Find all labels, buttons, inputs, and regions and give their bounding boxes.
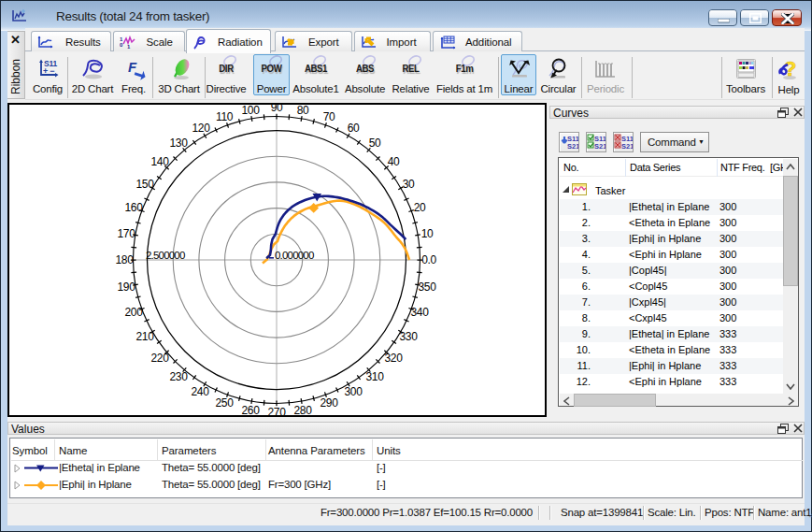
- svg-text:350: 350: [419, 280, 437, 294]
- svg-text:210: 210: [136, 330, 155, 343]
- svg-text:320: 320: [385, 352, 404, 365]
- svg-text:220: 220: [151, 352, 170, 365]
- svg-text:0: 0: [120, 42, 123, 48]
- svg-text:0.000000: 0.000000: [275, 250, 314, 261]
- svg-text:300: 300: [345, 385, 363, 398]
- svg-text:110: 110: [216, 110, 234, 123]
- svg-text:90: 90: [271, 103, 283, 114]
- svg-text:260: 260: [242, 404, 261, 417]
- svg-text:230: 230: [170, 370, 189, 383]
- svg-text:280: 280: [294, 404, 313, 417]
- svg-text:170: 170: [118, 227, 136, 240]
- svg-text:1: 1: [127, 44, 131, 50]
- svg-text:20: 20: [414, 201, 426, 214]
- svg-text:+ −: + −: [43, 66, 54, 76]
- svg-text:80: 80: [297, 104, 309, 117]
- svg-text:70: 70: [323, 110, 335, 123]
- svg-text:190: 190: [118, 280, 136, 294]
- svg-text:310: 310: [366, 370, 385, 383]
- svg-text:50: 50: [369, 137, 381, 150]
- svg-text:200: 200: [125, 306, 144, 319]
- svg-text:150: 150: [136, 178, 155, 191]
- svg-text:250: 250: [216, 396, 235, 410]
- svg-text:0.0: 0.0: [421, 253, 436, 266]
- svg-text:S21: S21: [567, 142, 578, 151]
- svg-text:10: 10: [421, 227, 434, 240]
- svg-text:100: 100: [242, 104, 261, 117]
- svg-text:270: 270: [268, 406, 287, 417]
- svg-text:160: 160: [125, 201, 144, 214]
- svg-text:140: 140: [151, 155, 170, 168]
- svg-text:F: F: [128, 59, 137, 75]
- svg-text:340: 340: [411, 306, 430, 319]
- svg-text:240: 240: [192, 385, 210, 398]
- svg-text:290: 290: [321, 396, 339, 410]
- svg-text:120: 120: [192, 122, 211, 135]
- svg-text:130: 130: [170, 137, 189, 150]
- svg-text:40: 40: [388, 155, 400, 168]
- svg-text:S21: S21: [621, 142, 633, 151]
- svg-text:S21: S21: [594, 142, 605, 151]
- svg-text:2.500000: 2.500000: [146, 250, 185, 261]
- svg-text:330: 330: [400, 330, 419, 343]
- svg-text:30: 30: [403, 178, 415, 191]
- svg-text:60: 60: [348, 122, 360, 135]
- svg-text:180: 180: [116, 253, 135, 266]
